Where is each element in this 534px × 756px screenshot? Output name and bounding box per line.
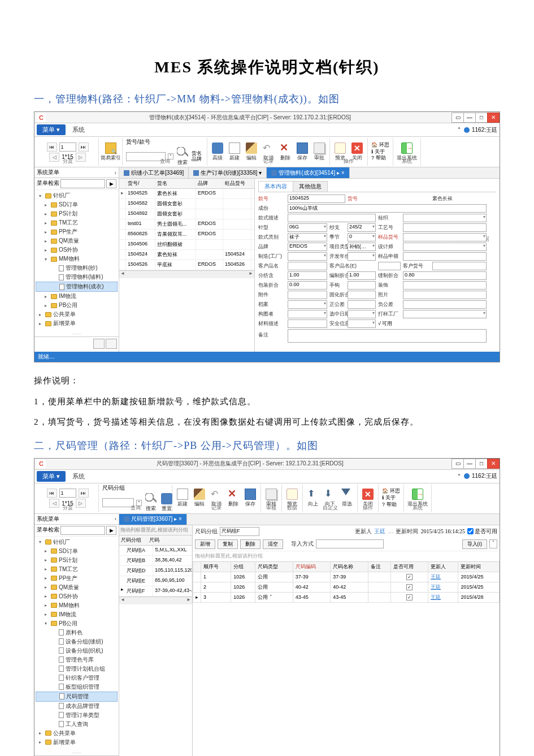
- fld-fj[interactable]: [288, 291, 327, 299]
- footer-btn-2[interactable]: [106, 339, 117, 349]
- fld-zs[interactable]: [403, 281, 487, 290]
- footer-btn-1[interactable]: [93, 339, 105, 349]
- btn-add[interactable]: 新增: [195, 539, 215, 549]
- tree-item[interactable]: ▸新增菜单: [36, 319, 118, 328]
- caret-up-icon[interactable]: ˄: [458, 473, 461, 479]
- btn-clear[interactable]: 清空: [263, 539, 283, 549]
- doc-tab[interactable]: 织缝小工艺单[33469]: [119, 167, 189, 178]
- table-row[interactable]: 尺码组AS,M,L,XL,XXL: [119, 546, 192, 556]
- table-row[interactable]: 1504892圆领女套衫: [119, 209, 254, 219]
- chk-qy[interactable]: √ 可用: [378, 320, 487, 327]
- import-dd[interactable]: ˅: [489, 539, 497, 548]
- fld-group[interactable]: [220, 527, 259, 536]
- fld-xmlx[interactable]: 补销(…: [348, 243, 376, 251]
- maximize-button[interactable]: □: [475, 459, 488, 469]
- fld-xzrq[interactable]: [348, 310, 376, 318]
- sidebar-collapse-button[interactable]: ‹: [115, 516, 116, 522]
- tree-item[interactable]: ▸QM质量: [36, 236, 118, 245]
- col-header[interactable]: 旺品货号: [223, 179, 251, 188]
- tree-item[interactable]: ▸SD订单: [36, 547, 118, 556]
- checkbox[interactable]: ✓: [406, 574, 413, 580]
- fld-import[interactable]: [316, 539, 384, 548]
- fld-clms[interactable]: [288, 319, 327, 328]
- link-help[interactable]: ? 帮助: [371, 155, 389, 162]
- tree-item[interactable]: ▸PB公用: [36, 301, 118, 310]
- menu-search-input[interactable]: [60, 179, 105, 188]
- menu-search-input[interactable]: [60, 526, 105, 535]
- table-row[interactable]: 1504582圆领女套衫: [119, 199, 254, 209]
- tree-item[interactable]: ▸TM工艺: [36, 565, 118, 574]
- link-about[interactable]: ℹ 关于: [382, 495, 400, 502]
- minimize-button[interactable]: —: [463, 113, 476, 123]
- col-header[interactable]: 尺码类型: [255, 561, 293, 572]
- tree-item[interactable]: 管理物料(纱): [36, 263, 118, 273]
- tree-item[interactable]: ▸OS外协: [36, 245, 118, 254]
- col-header[interactable]: 更新人: [428, 561, 458, 572]
- table-row[interactable]: 1504526平底袜ERDOS1504526: [119, 260, 254, 270]
- tree-item[interactable]: 管理计划机台组: [36, 664, 118, 673]
- fld-sh[interactable]: [348, 281, 376, 290]
- page-first-button[interactable]: ⏮: [47, 489, 57, 498]
- col-header[interactable]: [119, 179, 126, 188]
- col-header[interactable]: 备注: [368, 561, 390, 572]
- form-tab-basic[interactable]: 基本内容: [258, 181, 293, 192]
- tree-item[interactable]: ▸公共菜单: [36, 729, 118, 738]
- doc-tab[interactable]: 生产订单(织缝)[33358] ▾: [189, 167, 267, 178]
- table-row[interactable]: 1504506丝织翻领裙: [119, 240, 254, 250]
- tree-item[interactable]: 板型组织管理: [36, 682, 118, 692]
- tree-item[interactable]: 管理色号库: [36, 655, 118, 664]
- tree-item[interactable]: 工人查询: [36, 720, 118, 729]
- col-header[interactable]: 货号/: [126, 179, 155, 188]
- fld-kfnf[interactable]: [348, 252, 376, 261]
- tree-item[interactable]: 针织客户管理: [36, 673, 118, 682]
- menu-main[interactable]: 菜单 ▾: [37, 124, 66, 135]
- col-header[interactable]: 尺码编码: [293, 561, 331, 572]
- fld-gmz[interactable]: [288, 310, 327, 318]
- sidebar-collapse-button[interactable]: ‹: [115, 170, 116, 176]
- fld-jj[interactable]: 0: [348, 233, 376, 241]
- tree-item[interactable]: 原料色: [36, 628, 118, 637]
- page-input[interactable]: [59, 489, 76, 498]
- col-header[interactable]: 是否可用: [390, 561, 428, 572]
- fld-gyh[interactable]: [403, 223, 487, 232]
- fld-pp[interactable]: ERDOS: [288, 243, 327, 251]
- fld-yfsq[interactable]: [403, 252, 487, 261]
- hscroll[interactable]: [119, 270, 254, 278]
- fld-zz[interactable]: [288, 252, 327, 261]
- fld-ksms2[interactable]: [403, 214, 487, 222]
- col-header[interactable]: 尺码名称: [331, 561, 368, 572]
- link-help[interactable]: ? 帮助: [382, 502, 400, 508]
- fld-ghzh[interactable]: [348, 291, 376, 299]
- col-header[interactable]: 品牌: [196, 179, 223, 188]
- fld-kslb[interactable]: 袜子: [288, 233, 327, 241]
- table-row[interactable]: 尺码组E85,90,95,100: [119, 576, 192, 586]
- btn-copy[interactable]: 复制: [218, 539, 238, 549]
- table-row[interactable]: ▸1504525素色长袜ERDOS: [119, 189, 254, 199]
- quick-filter-button[interactable]: 🔍简易索引: [101, 142, 121, 162]
- tree-item[interactable]: ▾PB公用: [36, 619, 118, 628]
- col-header[interactable]: 更新时间: [458, 561, 500, 572]
- tree-item[interactable]: 设备分组(缝纫): [36, 637, 118, 646]
- table-row[interactable]: 21026公用40-4240-42✓王廷2015/4/25: [193, 582, 500, 592]
- link-hx[interactable]: 🏠 环思: [382, 488, 400, 495]
- fld-bzzh3[interactable]: 0.00: [288, 281, 327, 290]
- tree-item[interactable]: ▸OS外协: [36, 592, 118, 601]
- fld-kh[interactable]: 1504525: [288, 195, 345, 203]
- table-row[interactable]: 8560825青果领双耳...ERDOS: [119, 230, 254, 240]
- fld-bz[interactable]: [288, 329, 487, 343]
- link-about[interactable]: ℹ 关于: [371, 149, 389, 155]
- tree-item[interactable]: ▸QM质量: [36, 583, 118, 592]
- tree-item[interactable]: ▸TM工艺: [36, 218, 118, 227]
- chk-usable[interactable]: 是否可用: [467, 528, 497, 535]
- fld-sjs[interactable]: [403, 243, 487, 251]
- page-last-button[interactable]: ⏭: [79, 489, 89, 498]
- tree-item[interactable]: ▾针织厂: [36, 538, 118, 547]
- restore-button[interactable]: ▭: [451, 459, 464, 469]
- maximize-button[interactable]: □: [475, 113, 488, 123]
- tree-item[interactable]: ▸PS计划: [36, 556, 118, 565]
- tree-item[interactable]: 管理订单类型: [36, 711, 118, 720]
- tree-item[interactable]: ▸公共菜单: [36, 310, 118, 319]
- btn-import[interactable]: 导入(I): [462, 539, 488, 549]
- fld-bzzh[interactable]: 1.00: [348, 271, 376, 280]
- col-group[interactable]: 尺码分组: [119, 535, 147, 545]
